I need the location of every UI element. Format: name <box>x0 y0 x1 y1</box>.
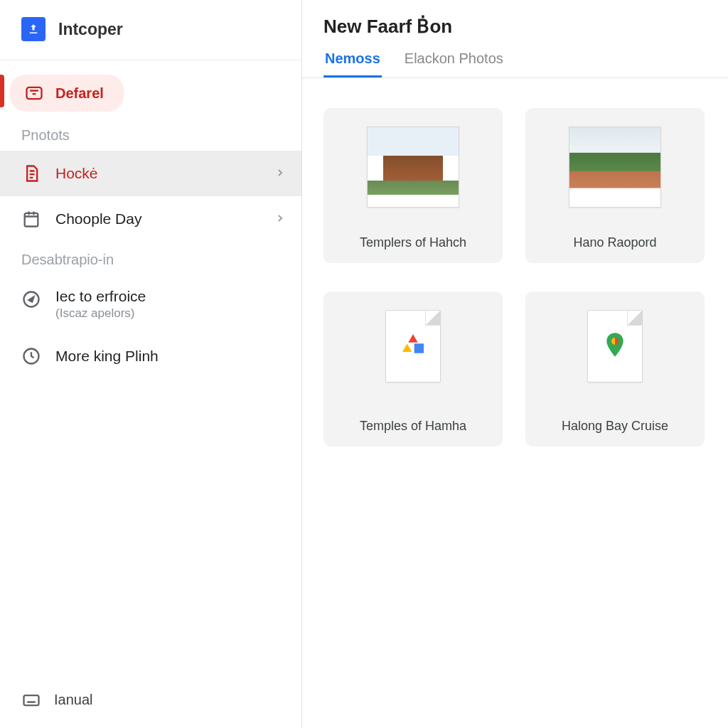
card-thumbnail <box>367 127 459 208</box>
main-header: New Faarf Ḃon Nemoss Elackon Photos <box>302 0 728 78</box>
sidebar-primary-button[interactable]: Defarel <box>10 75 124 112</box>
sidebar-section-2: Desabtrapio-in <box>0 242 301 275</box>
inbox-icon <box>24 83 44 103</box>
card-label: Hano Raopord <box>573 235 656 250</box>
keyboard-icon <box>21 690 41 710</box>
sidebar-nav: Defarel Pnotots Hockė Choople Day <box>0 60 301 671</box>
sidebar-item-erfroice[interactable]: Iec to erfroice (Iscaz apelors) <box>0 275 301 333</box>
sidebar-item-hocke[interactable]: Hockė <box>0 151 301 196</box>
google-doc-icon <box>399 331 427 362</box>
compass-icon <box>21 289 41 309</box>
village-photo-icon <box>569 127 660 207</box>
chevron-right-icon <box>274 165 286 182</box>
brand-title: Intcoper <box>58 20 123 39</box>
sidebar-item-label: Choople Day <box>55 210 141 228</box>
card-temples-of-hamha[interactable]: Temples of Hamha <box>323 291 503 446</box>
app-root: Intcoper Defarel Pnotots Hockė <box>0 0 728 728</box>
sidebar-primary-wrap: Defarel <box>0 65 301 117</box>
card-halong-bay-cruise[interactable]: Halong Bay Cruise <box>525 291 705 446</box>
sidebar-item-label: Hockė <box>55 165 98 182</box>
map-pin-icon <box>601 331 629 362</box>
sidebar-primary-label: Defarel <box>55 85 104 102</box>
card-thumbnail <box>587 310 643 382</box>
sidebar-item-choople-day[interactable]: Choople Day <box>0 196 301 242</box>
sidebar-item-more-king[interactable]: More king Plinh <box>0 333 301 379</box>
temple-photo-icon <box>368 127 459 207</box>
cards-grid: Templers of Hahch Hano Raopord Temples o… <box>302 78 728 476</box>
sidebar-accent <box>0 75 4 107</box>
sidebar-footer-label: Ianual <box>54 692 93 708</box>
sidebar-item-label: More king Plinh <box>55 348 159 365</box>
card-label: Halong Bay Cruise <box>562 419 668 434</box>
sidebar-item-sublabel: (Iscaz apelors) <box>55 306 146 321</box>
svg-rect-1 <box>25 213 38 227</box>
sidebar: Intcoper Defarel Pnotots Hockė <box>0 0 302 728</box>
brand-logo-icon <box>21 17 46 41</box>
tab-nemoss[interactable]: Nemoss <box>323 45 382 77</box>
tabs: Nemoss Elackon Photos <box>323 45 707 77</box>
sidebar-item-textgroup: Iec to erfroice (Iscaz apelors) <box>55 288 146 321</box>
card-hano-raopord[interactable]: Hano Raopord <box>525 108 705 263</box>
card-thumbnail <box>569 127 661 208</box>
card-label: Templers of Hahch <box>360 235 466 250</box>
card-label: Temples of Hamha <box>360 419 466 434</box>
pin-icon <box>21 346 41 366</box>
main: New Faarf Ḃon Nemoss Elackon Photos Temp… <box>302 0 728 728</box>
chevron-right-icon <box>274 210 286 228</box>
card-templers-of-hahch[interactable]: Templers of Hahch <box>323 108 503 263</box>
card-thumbnail <box>385 310 441 382</box>
calendar-icon <box>21 209 41 229</box>
page-title: New Faarf Ḃon <box>323 16 707 38</box>
tab-elackon-photos[interactable]: Elackon Photos <box>403 45 505 77</box>
sidebar-footer[interactable]: Ianual <box>0 671 301 728</box>
document-icon <box>21 164 41 183</box>
sidebar-section-1: Pnotots <box>0 117 301 151</box>
svg-rect-4 <box>24 695 39 705</box>
sidebar-item-label: Iec to erfroice <box>55 288 146 304</box>
brand: Intcoper <box>0 0 301 60</box>
